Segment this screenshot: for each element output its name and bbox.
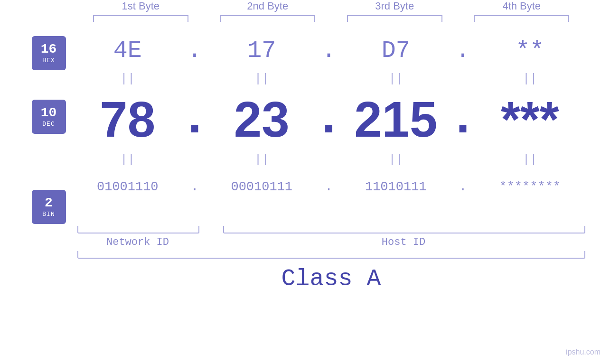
bin-badge-label: BIN bbox=[42, 211, 55, 218]
bracket-gap bbox=[199, 226, 223, 233]
hex-row: 4E . 17 . D7 . ** bbox=[73, 31, 585, 69]
eq-row-1: || || || || bbox=[73, 69, 585, 88]
badges-column: 16 HEX 10 DEC 2 BIN bbox=[25, 31, 73, 224]
eq-3: || bbox=[341, 72, 451, 86]
hex-badge-number: 16 bbox=[41, 42, 57, 57]
bin-row: 01001110 . 00010111 . 11010111 . *******… bbox=[73, 169, 585, 205]
data-columns: 4E . 17 . D7 . ** || || || || 78 bbox=[73, 31, 585, 224]
hex-val-4: ** bbox=[475, 37, 585, 64]
eq2-3: || bbox=[341, 152, 451, 167]
bin-val-3: 11010111 bbox=[341, 180, 451, 194]
top-bracket-4 bbox=[458, 15, 585, 22]
bracket-line-4 bbox=[474, 15, 569, 22]
host-id-label: Host ID bbox=[222, 236, 585, 248]
bin-val-4: ******** bbox=[475, 180, 585, 194]
dec-val-4: *** bbox=[475, 94, 585, 144]
network-bracket bbox=[77, 226, 199, 233]
dec-dot-1: . bbox=[183, 91, 206, 148]
hex-val-2: 17 bbox=[206, 37, 317, 64]
dec-row: 78 . 23 . 215 . *** bbox=[73, 88, 585, 150]
byte-headers: 1st Byte 2nd Byte 3rd Byte 4th Byte bbox=[77, 0, 585, 15]
dec-badge-number: 10 bbox=[41, 106, 57, 121]
top-bracket-2 bbox=[204, 15, 331, 22]
dec-badge: 10 DEC bbox=[32, 100, 66, 134]
hex-val-1: 4E bbox=[73, 37, 183, 64]
dec-val-3: 215 bbox=[341, 94, 451, 144]
byte-header-2: 2nd Byte bbox=[204, 0, 331, 15]
bracket-line-1 bbox=[93, 15, 188, 22]
dec-badge-label: DEC bbox=[42, 121, 55, 128]
label-gap bbox=[198, 236, 222, 248]
dec-dot-2: . bbox=[317, 91, 341, 148]
eq-row-2: || || || || bbox=[73, 150, 585, 169]
eq2-2: || bbox=[206, 152, 317, 167]
eq2-4: || bbox=[475, 152, 585, 167]
bottom-brackets bbox=[77, 226, 585, 233]
eq-2: || bbox=[206, 72, 317, 86]
top-bracket-1 bbox=[77, 15, 205, 22]
main-layout: 1st Byte 2nd Byte 3rd Byte 4th Byte 16 H… bbox=[25, 0, 585, 292]
byte-header-1: 1st Byte bbox=[77, 0, 205, 15]
byte-header-4: 4th Byte bbox=[458, 0, 585, 15]
bin-badge-number: 2 bbox=[45, 196, 53, 211]
hex-badge: 16 HEX bbox=[32, 36, 66, 70]
byte-header-3: 3rd Byte bbox=[331, 0, 459, 15]
big-bottom-bracket bbox=[77, 251, 585, 259]
bin-badge: 2 BIN bbox=[32, 190, 66, 224]
dec-dot-3: . bbox=[451, 91, 475, 148]
bin-dot-2: . bbox=[317, 180, 341, 194]
hex-dot-2: . bbox=[317, 37, 341, 64]
hex-dot-3: . bbox=[451, 37, 475, 64]
eq-1: || bbox=[73, 72, 183, 86]
dec-val-1: 78 bbox=[73, 94, 183, 144]
class-label: Class A bbox=[77, 265, 585, 292]
host-bracket bbox=[223, 226, 585, 233]
hex-badge-label: HEX bbox=[42, 57, 55, 64]
watermark: ipshu.com bbox=[566, 348, 601, 356]
eq2-1: || bbox=[73, 152, 183, 167]
bin-val-2: 00010111 bbox=[206, 180, 317, 194]
dec-val-2: 23 bbox=[206, 94, 317, 144]
bottom-labels: Network ID Host ID bbox=[77, 236, 585, 248]
bracket-line-2 bbox=[220, 15, 315, 22]
network-id-label: Network ID bbox=[77, 236, 198, 248]
eq-4: || bbox=[475, 72, 585, 86]
top-bracket-3 bbox=[331, 15, 459, 22]
bin-val-1: 01001110 bbox=[73, 180, 183, 194]
hex-dot-1: . bbox=[183, 37, 206, 64]
bin-dot-3: . bbox=[451, 180, 475, 194]
bottom-section: Network ID Host ID Class A bbox=[77, 226, 585, 292]
bin-dot-1: . bbox=[183, 180, 206, 194]
rows-area: 16 HEX 10 DEC 2 BIN 4E . 17 . D7 bbox=[25, 31, 585, 224]
bracket-line-3 bbox=[347, 15, 442, 22]
top-brackets bbox=[77, 15, 585, 22]
hex-val-3: D7 bbox=[341, 37, 451, 64]
